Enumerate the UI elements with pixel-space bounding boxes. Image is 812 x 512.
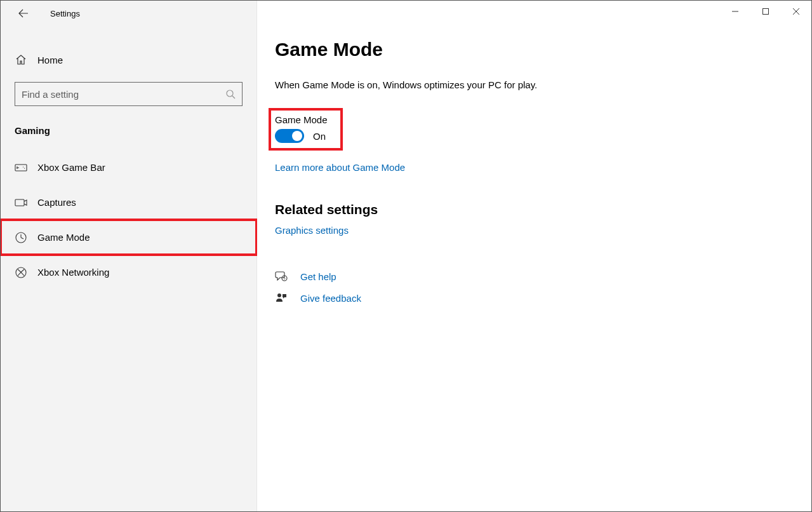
close-icon bbox=[792, 8, 800, 15]
minimize-icon bbox=[731, 8, 739, 15]
page-title: Game Mode bbox=[275, 39, 811, 60]
app-title: Settings bbox=[50, 9, 80, 18]
search-box[interactable] bbox=[15, 82, 243, 106]
sidebar-item-xbox-game-bar[interactable]: Xbox Game Bar bbox=[1, 150, 256, 185]
home-label: Home bbox=[37, 55, 63, 65]
search-icon bbox=[225, 89, 236, 99]
sidebar: Settings Home Gaming Xbox Game Bar bbox=[1, 1, 257, 511]
feedback-icon bbox=[275, 292, 288, 304]
close-button[interactable] bbox=[781, 1, 811, 22]
gamebar-icon bbox=[15, 161, 27, 174]
sidebar-home[interactable]: Home bbox=[1, 44, 256, 76]
home-icon bbox=[15, 53, 27, 66]
minimize-button[interactable] bbox=[720, 1, 750, 22]
get-help-link[interactable]: Get help bbox=[300, 271, 336, 282]
gamemode-icon bbox=[15, 231, 27, 244]
learn-more-link[interactable]: Learn more about Game Mode bbox=[275, 162, 405, 173]
back-button[interactable] bbox=[13, 3, 34, 24]
sidebar-item-label: Xbox Networking bbox=[37, 267, 109, 278]
svg-point-8 bbox=[277, 293, 281, 297]
xbox-icon bbox=[15, 266, 27, 279]
svg-point-0 bbox=[227, 90, 233, 97]
give-feedback-link[interactable]: Give feedback bbox=[300, 293, 361, 304]
titlebar: Settings bbox=[1, 1, 256, 26]
sidebar-item-label: Xbox Game Bar bbox=[37, 162, 105, 173]
svg-rect-5 bbox=[763, 9, 769, 15]
toggle-label: Game Mode bbox=[275, 114, 328, 125]
svg-text:?: ? bbox=[283, 277, 286, 281]
captures-icon bbox=[15, 196, 27, 209]
sidebar-item-game-mode[interactable]: Game Mode bbox=[1, 220, 256, 255]
game-mode-toggle-block: Game Mode On bbox=[271, 111, 340, 148]
search-input[interactable] bbox=[22, 89, 225, 100]
window-controls bbox=[720, 1, 811, 22]
maximize-button[interactable] bbox=[750, 1, 781, 22]
get-help-row[interactable]: ? Get help bbox=[275, 270, 811, 283]
toggle-knob bbox=[292, 131, 302, 141]
svg-rect-2 bbox=[15, 199, 24, 206]
toggle-state: On bbox=[313, 131, 326, 142]
sidebar-item-xbox-networking[interactable]: Xbox Networking bbox=[1, 255, 256, 290]
help-icon: ? bbox=[275, 270, 288, 283]
sidebar-item-label: Captures bbox=[37, 197, 76, 208]
arrow-left-icon bbox=[18, 8, 29, 18]
maximize-icon bbox=[762, 8, 769, 15]
game-mode-toggle[interactable] bbox=[275, 129, 304, 143]
sidebar-category: Gaming bbox=[15, 125, 243, 136]
related-settings-heading: Related settings bbox=[275, 202, 811, 217]
page-description: When Game Mode is on, Windows optimizes … bbox=[275, 79, 811, 90]
content: Game Mode When Game Mode is on, Windows … bbox=[257, 1, 811, 511]
sidebar-item-label: Game Mode bbox=[37, 232, 90, 243]
sidebar-item-captures[interactable]: Captures bbox=[1, 185, 256, 220]
graphics-settings-link[interactable]: Graphics settings bbox=[275, 225, 349, 236]
give-feedback-row[interactable]: Give feedback bbox=[275, 292, 811, 304]
